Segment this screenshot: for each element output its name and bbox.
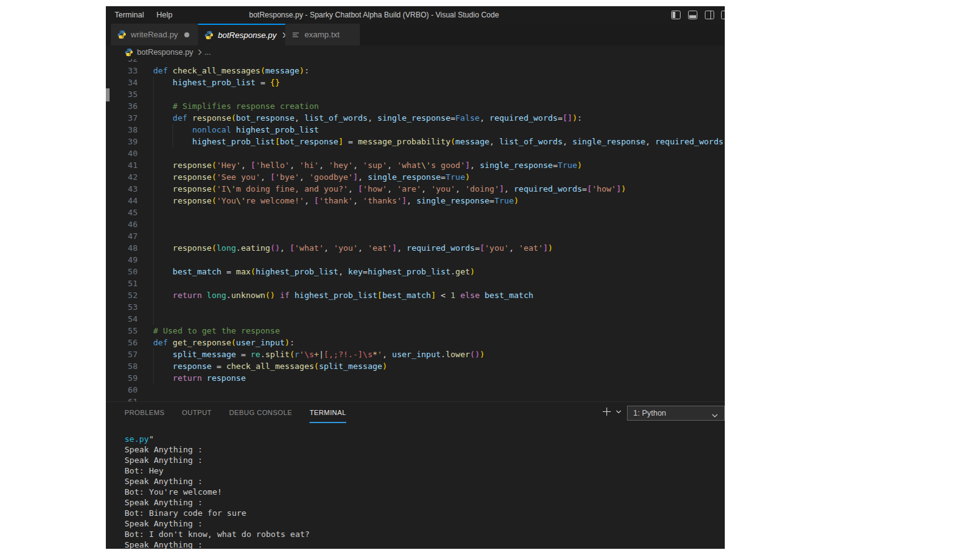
panel-tab-terminal[interactable]: TERMINAL	[309, 406, 346, 423]
breadcrumb-file[interactable]: botResponse.py	[137, 48, 193, 57]
code-line[interactable]: 49	[106, 254, 725, 266]
line-number: 55	[106, 325, 138, 337]
code-token: message	[265, 66, 299, 75]
code-token: highest_prob_list	[295, 291, 377, 300]
line-number: 43	[106, 183, 138, 195]
code-token: ]	[465, 161, 470, 170]
terminal-text: Bot: Hey	[125, 466, 164, 475]
tab-botresponse-py[interactable]: botResponse.py	[198, 24, 285, 45]
terminal-line: Speak Anything :	[125, 444, 202, 455]
line-number: 36	[106, 100, 138, 112]
code-line[interactable]: 60	[106, 384, 725, 396]
terminal-line: Speak Anything :	[125, 539, 202, 549]
text-file-icon	[291, 30, 300, 39]
breadcrumb-chevron-icon	[198, 49, 202, 55]
line-number: 46	[106, 218, 138, 230]
menu-help[interactable]: Help	[150, 6, 179, 24]
code-line[interactable]: 40	[106, 147, 725, 159]
code-token: check_all_messages	[172, 66, 260, 75]
code-token: ,	[299, 172, 309, 182]
code-line[interactable]: 52 return long.unknown() if highest_prob…	[106, 289, 725, 301]
code-line[interactable]: 51	[106, 278, 725, 289]
code-token: ,	[563, 137, 573, 146]
code-line[interactable]: 54	[106, 313, 725, 325]
code-line[interactable]: 42 response('See you', ['bye', 'goodbye'…	[106, 171, 725, 183]
tab-writeread-py[interactable]: writeRead.py	[111, 24, 198, 45]
code-token: unknown	[231, 291, 265, 300]
code-line[interactable]: 33def check_all_messages(message):	[106, 65, 725, 77]
chevron-down-icon[interactable]	[616, 410, 621, 414]
code-token: ,	[387, 161, 397, 170]
code-token: lower	[446, 350, 470, 359]
terminal-selector[interactable]: 1: Python	[627, 406, 725, 421]
code-line[interactable]: 53	[106, 301, 725, 313]
panel-tab-debug-console[interactable]: DEBUG CONSOLE	[229, 406, 292, 422]
code-token: 'hey'	[329, 161, 353, 170]
code-line[interactable]: 44 response('You\'re welcome!', ['thank'…	[106, 195, 725, 207]
code-token: response	[192, 113, 232, 123]
code-line[interactable]: 36 # Simplifies response creation	[106, 100, 725, 112]
layout-sidebar-right-icon[interactable]	[705, 11, 714, 19]
code-token: =	[212, 362, 226, 371]
code-token: (	[290, 350, 295, 359]
code-text: response(long.eating(), ['what', 'you', …	[153, 243, 553, 253]
code-token: (	[212, 184, 217, 194]
line-number: 54	[106, 313, 138, 325]
breadcrumb-more[interactable]: ...	[204, 48, 210, 57]
menu-terminal[interactable]: Terminal	[108, 6, 150, 24]
code-line[interactable]: 34 highest_prob_list = {}	[106, 77, 725, 88]
code-token: ,	[353, 196, 363, 205]
code-line[interactable]: 45	[106, 207, 725, 218]
code-line[interactable]: 48 response(long.eating(), ['what', 'you…	[106, 242, 725, 254]
code-token: )	[465, 172, 470, 182]
code-token: key	[348, 267, 362, 276]
panel-tab-output[interactable]: OUTPUT	[182, 406, 212, 422]
code-token: ,	[304, 196, 314, 205]
layout-sidebar-left-icon[interactable]	[671, 11, 681, 19]
code-token: ,	[348, 184, 358, 194]
titlebar: Terminal Help botResponse.py - Sparky Ch…	[106, 6, 725, 24]
code-line[interactable]: 32	[106, 59, 725, 65]
code-token: ]	[402, 196, 407, 205]
code-token	[153, 350, 172, 359]
code-token: [	[358, 184, 363, 194]
code-token: <	[436, 291, 450, 300]
line-number: 32	[106, 59, 138, 65]
code-line[interactable]: 43 response('I\'m doing fine, and you?',…	[106, 183, 725, 195]
code-line[interactable]: 59 return response	[106, 372, 725, 384]
code-line[interactable]: 56def get_response(user_input):	[106, 337, 725, 348]
layout-panel-icon[interactable]	[688, 11, 697, 19]
code-line[interactable]: 55# Used to get the response	[106, 325, 725, 337]
code-line[interactable]: 35	[106, 88, 725, 100]
code-line[interactable]: 61	[106, 396, 725, 401]
layout-customize-icon[interactable]	[721, 11, 725, 19]
code-token: single_response	[479, 161, 552, 170]
code-editor[interactable]: 3233def check_all_messages(message):34 h…	[106, 59, 725, 401]
modified-dot-icon[interactable]	[184, 32, 189, 37]
new-terminal-icon[interactable]	[602, 407, 611, 416]
code-line[interactable]: 46	[106, 218, 725, 230]
code-text: return response	[153, 373, 246, 383]
code-text: highest_prob_list[bot_response] = messag…	[153, 137, 725, 146]
terminal-text: Speak Anything :	[125, 477, 202, 486]
code-line[interactable]: 57 split_message = re.split(r'\s+|[,;?!.…	[106, 348, 725, 360]
code-line[interactable]: 39 highest_prob_list[bot_response] = mes…	[106, 136, 725, 147]
panel-tab-problems[interactable]: PROBLEMS	[125, 406, 164, 422]
code-line[interactable]: 41 response('Hey', ['hello', 'hi', 'hey'…	[106, 159, 725, 171]
code-token: (	[260, 66, 265, 75]
code-line[interactable]: 38 nonlocal highest_prob_list	[106, 124, 725, 136]
code-line[interactable]: 37 def response(bot_response, list_of_wo…	[106, 112, 725, 124]
code-line[interactable]: 50 best_match = max(highest_prob_list, k…	[106, 266, 725, 278]
python-icon	[117, 30, 126, 39]
terminal-output[interactable]: se.py"Speak Anything :Speak Anything :Bo…	[125, 434, 725, 549]
code-line[interactable]: 58 response = check_all_messages(split_m…	[106, 360, 725, 372]
terminal-text: "	[149, 434, 154, 444]
code-token	[153, 291, 172, 300]
tab-examp-txt[interactable]: examp.txt	[285, 24, 360, 45]
code-token: long	[207, 291, 226, 300]
code-line[interactable]: 47	[106, 230, 725, 242]
code-token: ]	[431, 291, 436, 300]
code-token: )	[479, 350, 484, 359]
line-number: 48	[106, 242, 138, 254]
code-token: ()	[270, 243, 280, 253]
